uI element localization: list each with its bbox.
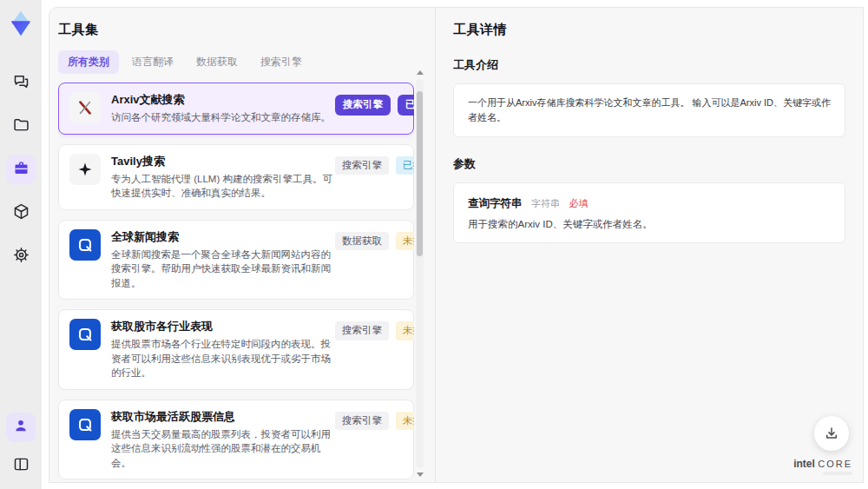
- category-tabs: 所有类别语言翻译数据获取搜索引擎: [58, 50, 414, 74]
- main-shell: 工具集 所有类别语言翻译数据获取搜索引擎 Arxiv文献搜索 访问各个研究领域大…: [49, 7, 864, 483]
- param-row: 查询字符串 字符串 必填 用于搜索的Arxiv ID、关键字或作者姓名。: [468, 195, 831, 231]
- gem-logo-icon: [6, 9, 36, 38]
- rail-button-cube-icon[interactable]: [6, 198, 36, 228]
- tool-tags: 搜索引擎 未授权: [335, 409, 414, 431]
- gear-icon: [12, 246, 30, 268]
- news-search-icon: [69, 229, 101, 261]
- scrollbar-track[interactable]: [416, 79, 424, 468]
- tool-detail-panel: 工具详情 工具介绍 一个用于从Arxiv存储库搜索科学论文和文章的工具。 输入可…: [435, 8, 863, 482]
- scrollbar-thumb[interactable]: [417, 91, 423, 256]
- folder-icon: [12, 116, 30, 137]
- rail-button-profile-icon[interactable]: [6, 413, 36, 442]
- params-card: 查询字符串 字符串 必填 用于搜索的Arxiv ID、关键字或作者姓名。: [453, 182, 845, 243]
- tool-description: 提供股票市场各个行业在特定时间段内的表现。投资者可以利用这些信息来识别表现优于或…: [111, 337, 335, 380]
- download-icon: [824, 426, 839, 441]
- category-tag: 搜索引擎: [335, 412, 389, 431]
- tool-tags: 搜索引擎 已授权: [335, 92, 414, 116]
- scroll-up-arrow-icon[interactable]: [417, 70, 424, 75]
- status-badge: 未授权: [396, 321, 414, 340]
- param-name: 查询字符串: [468, 197, 523, 209]
- panel-toggle-icon: [12, 455, 30, 477]
- brand-intel-text: intel: [793, 458, 815, 470]
- rail-button-toolbox-icon[interactable]: [6, 155, 36, 184]
- tool-card[interactable]: 获取股市各行业表现 提供股票市场各个行业在特定时间段内的表现。投资者可以利用这些…: [58, 309, 414, 390]
- profile-icon: [12, 417, 30, 438]
- param-type: 字符串: [531, 198, 560, 208]
- tool-tags: 数据获取 未授权: [335, 229, 414, 251]
- intro-heading: 工具介绍: [453, 57, 845, 73]
- category-tag: 搜索引擎: [335, 321, 389, 340]
- detail-panel-title: 工具详情: [453, 22, 845, 38]
- brand-core-text: CORE: [818, 459, 852, 469]
- brand-sub-mark: [823, 472, 852, 475]
- rail-button-folder-icon[interactable]: [6, 111, 36, 141]
- category-tab-4[interactable]: 搜索引擎: [251, 50, 312, 74]
- cube-icon: [12, 202, 30, 224]
- app-logo[interactable]: [4, 7, 37, 40]
- scroll-down-arrow-icon[interactable]: [417, 472, 424, 477]
- tool-card[interactable]: 获取市场最活跃股票信息 提供当天交易量最高的股票列表，投资者可以利用这些信息来识…: [58, 400, 414, 480]
- intro-card: 一个用于从Arxiv存储库搜索科学论文和文章的工具。 输入可以是Arxiv ID…: [453, 83, 845, 137]
- rail-button-chat-icon[interactable]: [6, 68, 36, 97]
- tool-description: 专为人工智能代理 (LLM) 构建的搜索引擎工具。可快速提供实时、准确和真实的结…: [111, 172, 335, 201]
- intel-core-badge: intel CORE: [793, 458, 852, 475]
- tools-panel-title: 工具集: [58, 22, 414, 38]
- tool-name: 全球新闻搜索: [111, 229, 335, 245]
- tool-name: Arxiv文献搜索: [111, 92, 335, 108]
- param-required-badge: 必填: [569, 198, 588, 208]
- tool-tags: 搜索引擎 已授权: [335, 154, 414, 175]
- tool-description: 提供当天交易量最高的股票列表，投资者可以利用这些信息来识别流动性强的股票和潜在的…: [111, 427, 335, 471]
- toolbox-icon: [12, 159, 30, 181]
- left-rail: [0, 0, 42, 489]
- category-tab-3[interactable]: 数据获取: [187, 50, 247, 74]
- category-tag: 数据获取: [335, 232, 389, 251]
- download-button[interactable]: [814, 416, 849, 451]
- category-tab-1[interactable]: 所有类别: [58, 50, 119, 74]
- tool-name: 获取市场最活跃股票信息: [111, 409, 335, 425]
- tool-card[interactable]: Arxiv文献搜索 访问各个研究领域大量科学论文和文章的存储库。 搜索引擎 已授…: [58, 83, 414, 135]
- category-tag: 搜索引擎: [335, 156, 389, 175]
- rail-button-panel-toggle-icon[interactable]: [6, 451, 36, 480]
- tool-name: 获取股市各行业表现: [111, 319, 335, 334]
- tool-tags: 搜索引擎 未授权: [335, 319, 414, 340]
- arxiv-logo-icon: [69, 92, 101, 123]
- tool-card[interactable]: 全球新闻搜索 全球新闻搜索是一个聚合全球各大新闻网站内容的搜索引擎。帮助用户快速…: [58, 220, 414, 301]
- status-badge: 已授权: [396, 156, 414, 175]
- tool-description: 访问各个研究领域大量科学论文和文章的存储库。: [111, 110, 335, 125]
- rail-button-gear-icon[interactable]: [6, 241, 36, 271]
- status-badge: 未授权: [396, 232, 414, 251]
- news-search-icon: [69, 409, 101, 440]
- tool-card[interactable]: Tavily搜索 专为人工智能代理 (LLM) 构建的搜索引擎工具。可快速提供实…: [58, 144, 414, 210]
- params-heading: 参数: [453, 156, 845, 172]
- tool-name: Tavily搜索: [111, 154, 335, 169]
- tool-description: 全球新闻搜索是一个聚合全球各大新闻网站内容的搜索引擎。帮助用户快速获取全球最新资…: [111, 248, 335, 291]
- chat-icon: [12, 72, 30, 94]
- tools-list-panel: 工具集 所有类别语言翻译数据获取搜索引擎 Arxiv文献搜索 访问各个研究领域大…: [49, 8, 435, 482]
- tool-list: Arxiv文献搜索 访问各个研究领域大量科学论文和文章的存储库。 搜索引擎 已授…: [58, 83, 414, 482]
- sparkle-icon: [69, 154, 101, 185]
- news-search-icon: [69, 319, 101, 350]
- param-description: 用于搜索的Arxiv ID、关键字或作者姓名。: [468, 218, 831, 231]
- category-tag: 搜索引擎: [335, 95, 391, 116]
- status-badge: 已授权: [398, 95, 414, 116]
- status-badge: 未授权: [396, 412, 414, 431]
- list-scrollbar[interactable]: [416, 70, 424, 477]
- intro-text: 一个用于从Arxiv存储库搜索科学论文和文章的工具。 输入可以是Arxiv ID…: [468, 96, 831, 125]
- category-tab-2[interactable]: 语言翻译: [122, 50, 183, 74]
